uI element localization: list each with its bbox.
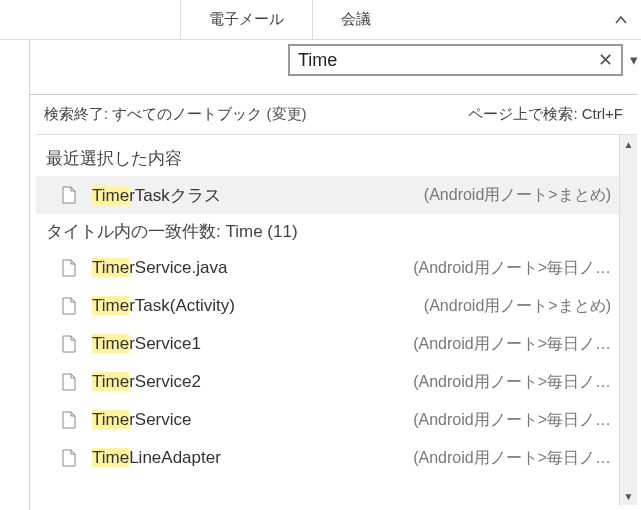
- result-title: TimeLineAdapter: [92, 448, 322, 468]
- result-row[interactable]: TimerTask(Activity) (Android用ノート>まとめ): [36, 287, 619, 325]
- results-content: 最近選択した内容 TimerTaskクラス (Android用ノート>まとめ) …: [36, 135, 619, 477]
- page-icon: [58, 259, 80, 277]
- find-on-page-hint: ページ上で検索: Ctrl+F: [468, 105, 623, 124]
- result-path: (Android用ノート>まとめ): [424, 185, 619, 206]
- ruled-margin: [0, 40, 30, 510]
- result-path: (Android用ノート>毎日ノ…: [413, 372, 619, 393]
- scrollbar[interactable]: ▲ ▼: [619, 135, 637, 505]
- result-title: TimerTask(Activity): [92, 296, 322, 316]
- search-row: Time ✕ ▾: [0, 40, 641, 80]
- ribbon-toolbar: 電子メール 会議: [0, 0, 641, 40]
- search-results-panel: 検索終了: すべてのノートブック (変更) ページ上で検索: Ctrl+F ▲ …: [30, 94, 637, 510]
- clear-search-icon[interactable]: ✕: [594, 49, 617, 71]
- scroll-track[interactable]: [620, 153, 637, 487]
- result-row[interactable]: TimeLineAdapter (Android用ノート>毎日ノ…: [36, 439, 619, 477]
- search-scope-dropdown[interactable]: ▾: [627, 51, 641, 69]
- results-list: ▲ ▼ 最近選択した内容 TimerTaskクラス (Android用ノート>ま…: [36, 134, 637, 505]
- search-status-bar: 検索終了: すべてのノートブック (変更) ページ上で検索: Ctrl+F: [30, 95, 637, 134]
- result-path: (Android用ノート>毎日ノ…: [413, 448, 619, 469]
- page-icon: [58, 186, 80, 204]
- result-title: TimerService1: [92, 334, 322, 354]
- result-path: (Android用ノート>毎日ノ…: [413, 258, 619, 279]
- section-recent-header: 最近選択した内容: [36, 141, 619, 176]
- result-row[interactable]: TimerService.java (Android用ノート>毎日ノ…: [36, 249, 619, 287]
- result-row[interactable]: TimerTaskクラス (Android用ノート>まとめ): [36, 176, 619, 214]
- scroll-up-icon[interactable]: ▲: [620, 135, 637, 153]
- result-title: TimerService.java: [92, 258, 322, 278]
- page-icon: [58, 373, 80, 391]
- change-scope-link[interactable]: (変更): [267, 105, 307, 122]
- page-icon: [58, 335, 80, 353]
- result-row[interactable]: TimerService1 (Android用ノート>毎日ノ…: [36, 325, 619, 363]
- result-title: TimerTaskクラス: [92, 184, 322, 207]
- page-icon: [58, 449, 80, 467]
- result-path: (Android用ノート>まとめ): [424, 296, 619, 317]
- tab-email[interactable]: 電子メール: [180, 0, 312, 39]
- result-path: (Android用ノート>毎日ノ…: [413, 334, 619, 355]
- result-title: TimerService2: [92, 372, 322, 392]
- scroll-down-icon[interactable]: ▼: [620, 487, 637, 505]
- page-icon: [58, 297, 80, 315]
- result-title: TimerService: [92, 410, 322, 430]
- search-input[interactable]: Time ✕: [288, 44, 623, 76]
- search-finished-label: 検索終了: すべてのノートブック: [44, 105, 267, 122]
- tab-meeting[interactable]: 会議: [312, 0, 399, 39]
- chevron-up-icon: [614, 13, 628, 27]
- page-icon: [58, 411, 80, 429]
- ribbon-collapse[interactable]: [601, 0, 641, 39]
- search-query-text: Time: [298, 50, 594, 71]
- result-row[interactable]: TimerService2 (Android用ノート>毎日ノ…: [36, 363, 619, 401]
- result-row[interactable]: TimerService (Android用ノート>毎日ノ…: [36, 401, 619, 439]
- result-path: (Android用ノート>毎日ノ…: [413, 410, 619, 431]
- section-title-matches-header: タイトル内の一致件数: Time (11): [36, 214, 619, 249]
